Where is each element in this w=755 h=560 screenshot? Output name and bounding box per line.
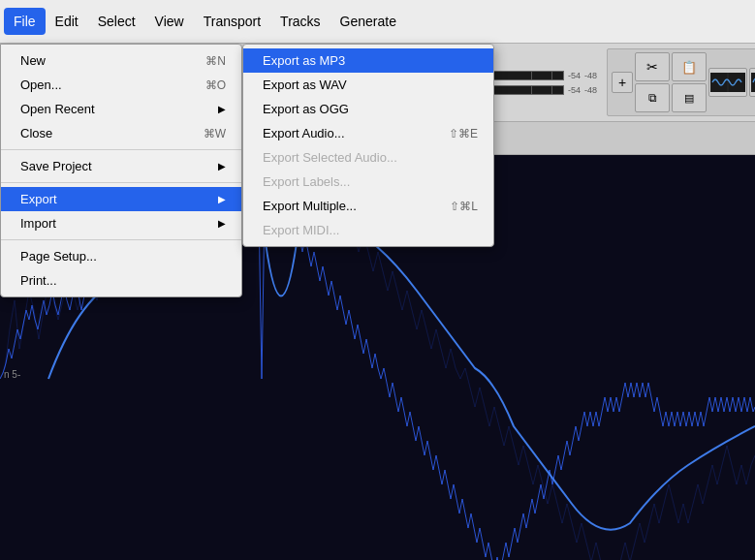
scissors-btn[interactable]: ✂: [635, 52, 670, 81]
menu-entry-import-label: Import: [20, 216, 56, 231]
save-project-arrow: ▶: [218, 161, 226, 171]
menu-entry-import[interactable]: Import ▶: [1, 211, 241, 235]
menu-entry-open[interactable]: Open... ⌘O: [1, 73, 241, 97]
menu-entry-close[interactable]: Close ⌘W: [1, 121, 241, 145]
meter-tick-48-2-bottom: -48: [584, 85, 597, 95]
edit-tools-col2: ✂ ⧉: [635, 52, 670, 112]
menu-entry-close-shortcut: ⌘W: [204, 127, 226, 140]
paste-btn[interactable]: ▤: [672, 83, 707, 112]
export-arrow: ▶: [218, 194, 226, 204]
meter-tick-54-2-top: -54: [568, 71, 581, 80]
menu-transport[interactable]: Transport: [194, 8, 270, 35]
plus-btn[interactable]: +: [612, 72, 633, 93]
menu-entry-export[interactable]: Export ▶: [1, 187, 241, 211]
menu-entry-open-recent[interactable]: Open Recent ▶: [1, 97, 241, 121]
menu-entry-new[interactable]: New ⌘N: [1, 48, 241, 73]
svg-rect-19: [751, 73, 755, 92]
menu-entry-export-multiple[interactable]: Export Multiple... ⇧⌘L: [243, 194, 493, 218]
menu-bar: File Edit Select View Transport Tracks G…: [0, 0, 755, 44]
export-submenu: Export as MP3 Export as WAV Export as OG…: [242, 44, 494, 247]
separator-2: [1, 182, 241, 183]
separator-1: [1, 149, 241, 150]
menu-entry-export-mp3-label: Export as MP3: [263, 53, 345, 68]
menu-entry-export-midi-label: Export MIDI...: [263, 223, 339, 237]
menu-entry-export-wav[interactable]: Export as WAV: [243, 73, 493, 97]
menu-entry-page-setup[interactable]: Page Setup...: [1, 244, 241, 268]
menu-entry-export-audio-label: Export Audio...: [263, 126, 345, 140]
menu-tracks[interactable]: Tracks: [270, 8, 330, 35]
menu-entry-export-mp3[interactable]: Export as MP3: [243, 48, 493, 73]
import-arrow: ▶: [218, 218, 226, 229]
file-menu-dropdown: New ⌘N Open... ⌘O Open Recent ▶ Close ⌘W…: [0, 44, 242, 297]
menu-entry-open-shortcut: ⌘O: [205, 78, 226, 92]
edit-tools-col3: 📋 ▤: [672, 52, 707, 112]
menu-entry-save-project-label: Save Project: [20, 159, 92, 173]
menu-file[interactable]: File: [4, 8, 46, 35]
menu-entry-open-label: Open...: [20, 78, 62, 92]
meter-tick-54-2-bottom: -54: [568, 85, 581, 95]
menu-entry-export-multiple-label: Export Multiple...: [263, 199, 357, 213]
menu-entry-page-setup-label: Page Setup...: [20, 249, 97, 264]
menu-entry-export-ogg-label: Export as OGG: [263, 102, 349, 116]
menu-entry-new-label: New: [20, 53, 46, 68]
menu-generate[interactable]: Generate: [330, 8, 406, 35]
svg-text:n 5-: n 5-: [4, 369, 20, 380]
waveform-btn1[interactable]: [708, 68, 747, 97]
menu-entry-print[interactable]: Print...: [1, 268, 241, 293]
menu-entry-export-audio[interactable]: Export Audio... ⇧⌘E: [243, 121, 493, 145]
menu-select[interactable]: Select: [88, 8, 145, 35]
menu-entry-close-label: Close: [20, 126, 52, 140]
export-multiple-shortcut: ⇧⌘L: [450, 200, 478, 213]
menu-entry-export-wav-label: Export as WAV: [263, 78, 347, 92]
menu-entry-new-shortcut: ⌘N: [205, 54, 226, 68]
menu-entry-export-midi: Export MIDI...: [243, 218, 493, 242]
menu-edit[interactable]: Edit: [46, 8, 88, 35]
copy-btn[interactable]: ⧉: [635, 83, 670, 112]
edit-tools-col1: +: [612, 72, 633, 93]
menu-entry-export-labels: Export Labels...: [243, 170, 493, 194]
edit-tools-row1: +: [612, 72, 633, 93]
clipboard-btn[interactable]: 📋: [672, 52, 707, 81]
menu-entry-save-project[interactable]: Save Project ▶: [1, 154, 241, 178]
open-recent-arrow: ▶: [218, 104, 226, 114]
separator-3: [1, 239, 241, 240]
meter-tick-48-2-top: -48: [584, 71, 597, 80]
edit-tool-section: + ✂ ⧉ 📋 ▤: [607, 48, 755, 116]
menu-entry-print-label: Print...: [20, 273, 57, 288]
menu-entry-export-selected: Export Selected Audio...: [243, 145, 493, 170]
export-audio-shortcut: ⇧⌘E: [449, 127, 478, 140]
menu-entry-export-label: Export: [20, 192, 57, 206]
waveform-btn2[interactable]: [749, 68, 755, 97]
menu-entry-export-selected-label: Export Selected Audio...: [263, 150, 397, 165]
menu-entry-open-recent-label: Open Recent: [20, 102, 95, 116]
menu-view[interactable]: View: [145, 8, 194, 35]
menu-entry-export-labels-label: Export Labels...: [263, 174, 350, 189]
menu-entry-export-ogg[interactable]: Export as OGG: [243, 97, 493, 121]
